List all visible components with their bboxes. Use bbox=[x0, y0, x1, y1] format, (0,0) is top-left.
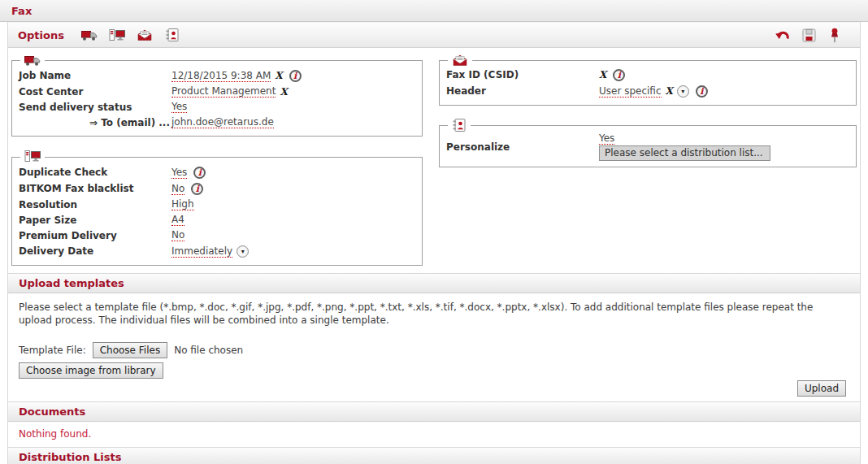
page-title-bar: Fax bbox=[0, 0, 868, 22]
choose-image-row: Choose image from library bbox=[19, 362, 849, 379]
info-icon[interactable]: i bbox=[613, 69, 625, 81]
send-delivery-status-label: Send delivery status bbox=[19, 102, 171, 113]
resolution-value[interactable]: High bbox=[171, 198, 194, 210]
fax-options-panel-legend bbox=[20, 150, 45, 163]
template-file-row: Template File: Choose Files No file chos… bbox=[19, 342, 849, 358]
duplicate-check-label: Duplicate Check bbox=[19, 167, 171, 178]
pin-icon bbox=[830, 28, 840, 43]
fax-id-clear-x[interactable]: X bbox=[599, 69, 606, 80]
duplicate-check-value[interactable]: Yes bbox=[171, 167, 187, 179]
distribution-lists-header: Distribution Lists bbox=[8, 447, 860, 464]
personalize-panel: Personalize Yes Please select a distribu… bbox=[439, 119, 857, 167]
info-icon[interactable]: i bbox=[696, 85, 708, 98]
cost-center-clear-x[interactable]: X bbox=[280, 86, 287, 98]
paper-size-label: Paper Size bbox=[19, 215, 171, 226]
header-label: Header bbox=[446, 85, 599, 97]
personalize-panel-legend bbox=[448, 119, 471, 132]
delivery-options-button[interactable] bbox=[79, 25, 100, 45]
content-container: Options bbox=[7, 22, 861, 464]
premium-delivery-row: Premium Delivery No bbox=[19, 228, 415, 243]
fax-id-label: Fax ID (CSID) bbox=[446, 69, 599, 80]
fax-header-button[interactable] bbox=[134, 25, 155, 45]
cost-center-value[interactable]: Product Management bbox=[171, 85, 276, 98]
fax-header-panel: Fax ID (CSID) X i Header User specific X… bbox=[439, 54, 857, 106]
fax-options-button[interactable] bbox=[106, 25, 128, 45]
distribution-list-select-disabled[interactable]: Please select a distribution list... bbox=[599, 145, 770, 161]
address-book-icon bbox=[452, 119, 467, 132]
distribution-lists-title: Distribution Lists bbox=[19, 451, 121, 463]
options-toolbar: Options bbox=[8, 22, 860, 48]
truck-icon bbox=[24, 54, 41, 67]
job-name-row: Job Name 12/18/2015 9:38 AM X i bbox=[19, 67, 415, 84]
info-icon[interactable]: i bbox=[193, 167, 206, 179]
options-label: Options bbox=[18, 29, 64, 41]
documents-title: Documents bbox=[19, 405, 85, 418]
undo-button[interactable] bbox=[772, 25, 793, 45]
dropdown-icon[interactable]: ▾ bbox=[677, 85, 689, 98]
no-file-chosen-text: No file chosen bbox=[174, 345, 243, 356]
to-email-value[interactable]: john.doe@retarus.de bbox=[171, 116, 274, 128]
delivery-panel-legend bbox=[20, 54, 45, 67]
premium-delivery-value[interactable]: No bbox=[171, 229, 184, 241]
header-row: Header User specific X ▾ i bbox=[446, 83, 849, 99]
address-book-icon bbox=[165, 28, 180, 41]
upload-templates-description: Please select a template file (*.bmp, *.… bbox=[19, 301, 849, 327]
documents-header: Documents bbox=[8, 401, 860, 422]
info-icon[interactable]: i bbox=[289, 70, 302, 82]
personalize-label: Personalize bbox=[446, 141, 599, 153]
upload-templates-title: Upload templates bbox=[19, 277, 124, 289]
envelope-icon bbox=[137, 29, 153, 41]
job-name-clear-x[interactable]: X bbox=[275, 70, 282, 81]
choose-image-from-library-button[interactable]: Choose image from library bbox=[19, 362, 163, 379]
undo-icon bbox=[775, 28, 790, 41]
job-name-label: Job Name bbox=[19, 70, 171, 81]
computer-icon bbox=[109, 29, 125, 41]
cost-center-label: Cost Center bbox=[19, 86, 171, 98]
send-delivery-status-row: Send delivery status Yes bbox=[19, 99, 415, 115]
upload-button[interactable]: Upload bbox=[797, 380, 846, 397]
header-clear-x[interactable]: X bbox=[666, 85, 673, 97]
bitkom-blacklist-value[interactable]: No bbox=[171, 183, 184, 195]
save-button[interactable] bbox=[798, 25, 819, 45]
paper-size-row: Paper Size A4 bbox=[19, 212, 415, 228]
info-icon[interactable]: i bbox=[191, 183, 203, 195]
upload-row: Upload bbox=[8, 380, 846, 397]
save-icon bbox=[802, 28, 816, 42]
personalize-value[interactable]: Yes bbox=[599, 132, 614, 145]
personalize-button[interactable] bbox=[162, 25, 183, 45]
delivery-date-value[interactable]: Immediately bbox=[171, 245, 232, 258]
documents-empty-text: Nothing found. bbox=[19, 428, 849, 440]
upload-templates-header: Upload templates bbox=[8, 273, 860, 293]
fax-options-panel: Duplicate Check Yes i BITKOM Fax blackli… bbox=[11, 150, 423, 266]
page-title: Fax bbox=[11, 5, 32, 17]
send-delivery-status-value[interactable]: Yes bbox=[171, 101, 187, 113]
header-value[interactable]: User specific bbox=[599, 85, 662, 98]
truck-icon bbox=[81, 29, 98, 41]
to-email-row: ⇒ To (email) ... john.doe@retarus.de bbox=[19, 115, 415, 130]
paper-size-value[interactable]: A4 bbox=[171, 214, 184, 226]
duplicate-check-row: Duplicate Check Yes i bbox=[19, 164, 415, 180]
bitkom-blacklist-label: BITKOM Fax blacklist bbox=[19, 183, 171, 194]
resolution-row: Resolution High bbox=[19, 197, 415, 212]
delivery-options-panel: Job Name 12/18/2015 9:38 AM X i Cost Cen… bbox=[11, 54, 423, 137]
fax-header-panel-legend bbox=[448, 54, 472, 66]
delivery-date-row: Delivery Date Immediately ▾ bbox=[19, 243, 415, 259]
fax-id-row: Fax ID (CSID) X i bbox=[446, 67, 849, 83]
pin-button[interactable] bbox=[824, 25, 845, 45]
template-file-label: Template File: bbox=[19, 345, 86, 356]
job-name-value[interactable]: 12/18/2015 9:38 AM bbox=[171, 70, 271, 82]
premium-delivery-label: Premium Delivery bbox=[19, 230, 171, 241]
resolution-label: Resolution bbox=[19, 199, 171, 210]
delivery-date-label: Delivery Date bbox=[19, 245, 171, 257]
choose-files-button[interactable]: Choose Files bbox=[93, 342, 167, 358]
personalize-row: Personalize Yes Please select a distribu… bbox=[446, 132, 849, 161]
dropdown-icon[interactable]: ▾ bbox=[237, 245, 249, 258]
cost-center-row: Cost Center Product Management X bbox=[19, 84, 415, 99]
bitkom-blacklist-row: BITKOM Fax blacklist No i bbox=[19, 180, 415, 197]
computer-icon bbox=[24, 150, 41, 163]
to-email-label: ⇒ To (email) ... bbox=[19, 117, 171, 128]
settings-panels: Job Name 12/18/2015 9:38 AM X i Cost Cen… bbox=[11, 54, 857, 266]
envelope-icon bbox=[452, 54, 468, 66]
